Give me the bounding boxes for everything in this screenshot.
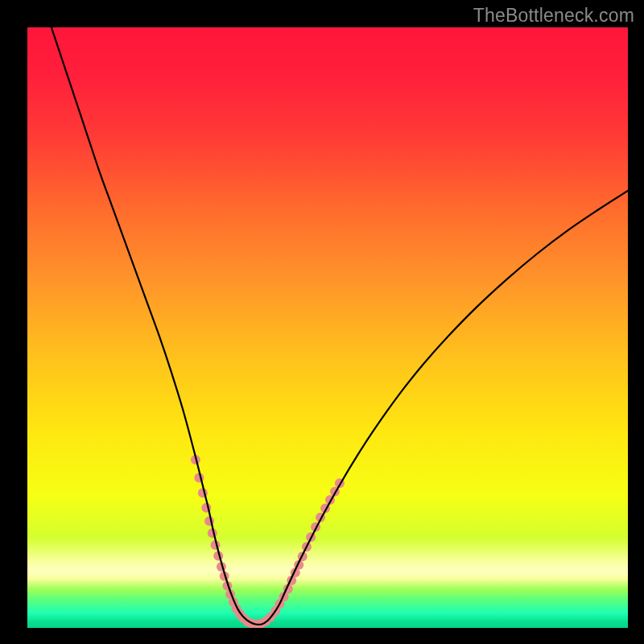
highlight-dots-group <box>191 455 345 628</box>
outer-frame: TheBottleneck.com <box>0 0 644 644</box>
bottleneck-curve <box>52 27 628 625</box>
watermark-text: TheBottleneck.com <box>473 5 634 27</box>
plot-area <box>27 27 628 628</box>
chart-svg <box>27 27 628 628</box>
